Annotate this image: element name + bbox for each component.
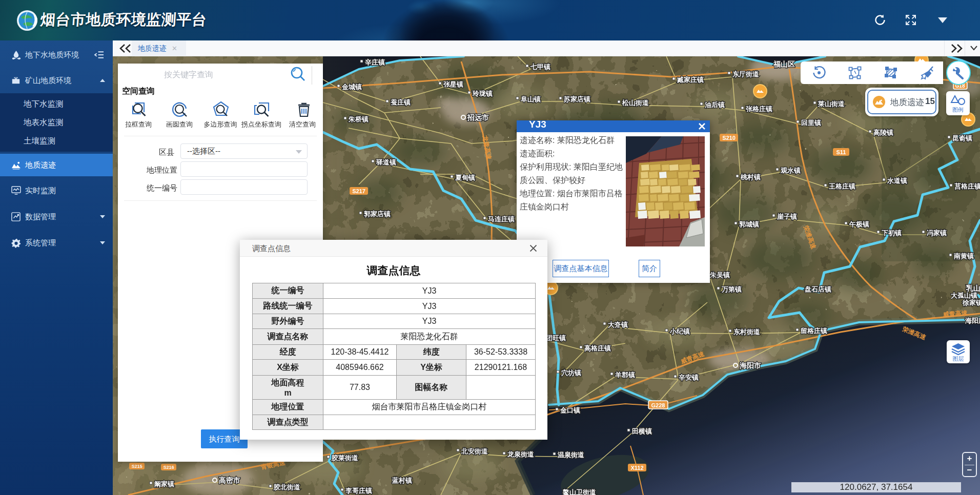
svg-text:崖子镇: 崖子镇 — [777, 213, 797, 220]
svg-text:S215: S215 — [131, 464, 142, 469]
svg-text:夏甸镇: 夏甸镇 — [455, 174, 475, 181]
svg-text:北安街道: 北安街道 — [461, 447, 488, 455]
svg-text:万第镇: 万第镇 — [721, 285, 742, 293]
svg-text:苏家店镇: 苏家店镇 — [563, 95, 590, 103]
svg-text:阜山镇: 阜山镇 — [520, 95, 541, 103]
svg-text:S11: S11 — [836, 149, 846, 155]
svg-text:海阳市: 海阳市 — [739, 361, 761, 369]
svg-text:高陵镇: 高陵镇 — [873, 129, 893, 136]
svg-text:小纪镇: 小纪镇 — [669, 327, 690, 335]
svg-text:东村街道: 东村街道 — [733, 328, 760, 336]
svg-text:桃村镇: 桃村镇 — [740, 173, 761, 181]
svg-text:回里镇: 回里镇 — [801, 119, 821, 127]
svg-text:南黄镇: 南黄镇 — [953, 252, 974, 260]
svg-text:玲珑镇: 玲珑镇 — [472, 90, 493, 97]
svg-text:冯家镇: 冯家镇 — [927, 229, 947, 237]
svg-text:高格庄镇: 高格庄镇 — [584, 344, 611, 352]
svg-text:王格庄镇: 王格庄镇 — [828, 182, 855, 190]
svg-text:臧家庄镇: 臧家庄镇 — [677, 76, 704, 84]
svg-text:金口镇: 金口镇 — [560, 406, 580, 414]
svg-text:辛安镇: 辛安镇 — [679, 374, 699, 381]
svg-text:郭城镇: 郭城镇 — [739, 220, 759, 228]
svg-text:观水镇: 观水镇 — [780, 167, 801, 174]
svg-text:大夼镇: 大夼镇 — [608, 321, 628, 328]
svg-text:胶莱街道: 胶莱街道 — [331, 454, 358, 462]
svg-text:马连庄镇: 马连庄镇 — [488, 215, 515, 223]
svg-text:郭家店镇: 郭家店镇 — [363, 210, 391, 218]
svg-text:松山街道: 松山街道 — [622, 99, 649, 107]
svg-text:招远市: 招远市 — [467, 113, 489, 121]
svg-text:莱山街道: 莱山街道 — [818, 100, 845, 108]
svg-text:G228: G228 — [651, 402, 665, 408]
svg-text:S217: S217 — [352, 188, 365, 194]
svg-text:金城镇: 金城镇 — [341, 83, 362, 91]
svg-text:胶北街道: 胶北街道 — [273, 483, 300, 491]
svg-text:蚕庄镇: 蚕庄镇 — [390, 98, 411, 106]
svg-text:海阳所镇: 海阳所镇 — [965, 317, 980, 324]
svg-text:S210: S210 — [722, 135, 736, 141]
svg-text:莒格庄镇: 莒格庄镇 — [954, 182, 980, 190]
svg-text:驿道镇: 驿道镇 — [376, 158, 396, 166]
svg-text:下初镇: 下初镇 — [882, 229, 902, 237]
svg-text:七甲镇: 七甲镇 — [530, 63, 550, 71]
svg-text:昆嵛镇: 昆嵛镇 — [952, 134, 972, 142]
svg-text:田横镇: 田横镇 — [632, 427, 652, 435]
svg-text:徐家镇: 徐家镇 — [962, 299, 980, 306]
svg-text:羊郡镇: 羊郡镇 — [615, 371, 635, 379]
svg-text:张星镇: 张星镇 — [443, 80, 463, 88]
svg-text:阚家镇: 阚家镇 — [154, 480, 174, 488]
svg-text:S216: S216 — [163, 465, 174, 470]
svg-text:鳌山卫街道: 鳌山卫街道 — [562, 488, 596, 495]
svg-text:午极镇: 午极镇 — [849, 220, 869, 228]
svg-text:龙泉街道: 龙泉街道 — [507, 450, 534, 458]
svg-text:温泉街道: 温泉街道 — [557, 451, 584, 459]
svg-text:朱吴镇: 朱吴镇 — [709, 271, 730, 279]
svg-text:X112: X112 — [630, 465, 643, 471]
svg-text:油后镇: 油后镇 — [705, 101, 725, 109]
svg-text:盘石店镇: 盘石店镇 — [804, 285, 831, 293]
svg-text:张格庄镇: 张格庄镇 — [746, 105, 772, 113]
svg-text:蓝村镇: 蓝村镇 — [392, 477, 412, 484]
svg-text:福山区: 福山区 — [773, 60, 795, 68]
svg-text:朱桥镇: 朱桥镇 — [348, 115, 369, 123]
svg-text:水道镇: 水道镇 — [887, 177, 907, 184]
svg-text:大孤山镇: 大孤山镇 — [951, 292, 977, 299]
svg-text:高密市: 高密市 — [219, 476, 240, 484]
svg-text:李哥庄镇: 李哥庄镇 — [345, 487, 372, 494]
svg-text:穴坊镇: 穴坊镇 — [561, 369, 581, 377]
svg-text:东厅街道: 东厅街道 — [732, 70, 759, 78]
svg-text:乳山市: 乳山市 — [966, 284, 980, 292]
svg-text:留格庄镇: 留格庄镇 — [801, 327, 827, 335]
svg-text:团旺镇: 团旺镇 — [546, 334, 566, 342]
svg-text:辛庄镇: 辛庄镇 — [365, 58, 385, 66]
